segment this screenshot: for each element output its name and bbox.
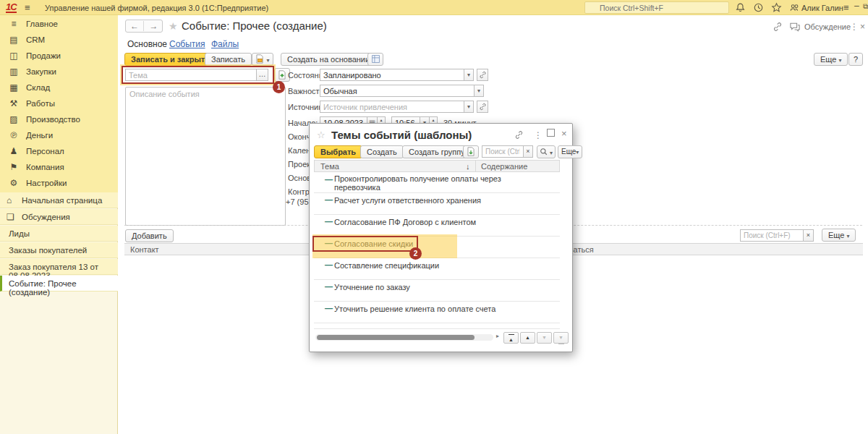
importance-combo[interactable] bbox=[320, 85, 475, 97]
dialog-link-icon[interactable] bbox=[514, 130, 524, 140]
tab-files[interactable]: Файлы bbox=[211, 39, 239, 49]
users-icon[interactable] bbox=[789, 2, 801, 14]
favorites-star-icon[interactable] bbox=[771, 2, 783, 14]
sidebar-item-customer-orders[interactable]: Заказы покупателей bbox=[0, 242, 118, 258]
contacts-search-input[interactable] bbox=[740, 229, 804, 242]
create-based-on-button[interactable]: Создать на основании ▾ bbox=[281, 53, 381, 66]
get-link-icon[interactable] bbox=[773, 22, 783, 32]
dialog-table-header: Тема ↓ Содержание bbox=[314, 160, 560, 172]
sidebar-item-home[interactable]: ⌂Начальная страница bbox=[0, 192, 118, 208]
sidebar-item-production[interactable]: ▨Производство bbox=[0, 111, 118, 127]
sidebar-item-event-window[interactable]: Событие: Прочее (создание) bbox=[0, 276, 118, 292]
state-combo[interactable] bbox=[320, 69, 464, 81]
template-row[interactable]: —Расчет услуги ответственного хранения bbox=[314, 193, 560, 215]
sidebar-item-money[interactable]: ℗Деньги bbox=[0, 127, 118, 143]
page-title: Событие: Прочее (создание) bbox=[182, 20, 327, 32]
company-flag-icon: ⚑ bbox=[8, 162, 20, 172]
notifications-bell-icon[interactable] bbox=[735, 2, 746, 14]
topbar: 1С ≡ Управление нашей фирмой, редакция 3… bbox=[0, 0, 868, 15]
sidebar-item-warehouse[interactable]: ▦Склад bbox=[0, 80, 118, 95]
sidebar-sections: ≡Главное ▤CRM ◫Продажи ▥Закупки ▦Склад ⚒… bbox=[0, 15, 118, 192]
sidebar-item-discussions[interactable]: ❏Обсуждения bbox=[0, 209, 118, 225]
help-button[interactable]: ? bbox=[848, 53, 863, 66]
main-menu-icon[interactable]: ≡ bbox=[25, 2, 30, 13]
sidebar-item-works[interactable]: ⚒Работы bbox=[0, 95, 118, 111]
template-row[interactable]: —Проконтролировать получение оплаты чере… bbox=[314, 173, 560, 193]
save-button[interactable]: Записать bbox=[205, 53, 252, 66]
template-row[interactable]: —Согласование ПФ Договор с клиентом bbox=[314, 215, 560, 237]
select-button[interactable]: Выбрать bbox=[314, 145, 362, 158]
sidebar: ≡Главное ▤CRM ◫Продажи ▥Закупки ▦Склад ⚒… bbox=[0, 15, 118, 434]
dialog-maximize-icon[interactable] bbox=[547, 129, 555, 137]
minimize-window-icon[interactable]: – bbox=[854, 1, 859, 11]
close-window-icon[interactable]: × bbox=[860, 22, 865, 32]
annotation-box-1 bbox=[122, 66, 274, 84]
dialog-search-settings-button[interactable]: ▾ bbox=[537, 145, 556, 158]
dialog-kebab-icon[interactable]: ⋮ bbox=[534, 130, 542, 140]
report-button[interactable] bbox=[367, 53, 383, 66]
description-textarea[interactable] bbox=[125, 87, 286, 226]
sales-icon: ◫ bbox=[8, 51, 20, 61]
discussion-chat-icon[interactable] bbox=[789, 22, 801, 32]
1c-logo: 1С bbox=[6, 2, 17, 13]
contacts-more-button[interactable]: Еще ▾ bbox=[822, 229, 856, 242]
dialog-close-icon[interactable]: × bbox=[561, 128, 567, 139]
state-dropdown-icon[interactable]: ▾ bbox=[464, 69, 474, 81]
horizontal-scrollbar-thumb[interactable] bbox=[317, 335, 475, 340]
template-row[interactable]: —Уточнить решение клиента по оплате счет… bbox=[314, 302, 560, 323]
production-icon: ▨ bbox=[8, 114, 20, 124]
sidebar-item-personnel[interactable]: ♟Персонал bbox=[0, 143, 118, 159]
restore-window-icon[interactable]: ⧉ bbox=[863, 2, 868, 11]
sidebar-item-purchases[interactable]: ▥Закупки bbox=[0, 64, 118, 80]
history-icon[interactable] bbox=[753, 2, 765, 14]
source-dropdown-icon[interactable]: ▾ bbox=[464, 101, 474, 113]
topic-column-header: Тема bbox=[320, 162, 339, 171]
tab-main[interactable]: Основное bbox=[127, 39, 167, 49]
move-down-button[interactable]: ▼ bbox=[537, 332, 552, 344]
sidebar-item-settings[interactable]: ⚙Настройки bbox=[0, 175, 118, 191]
service-menu-icon[interactable]: ≡ bbox=[843, 2, 849, 13]
discussion-label[interactable]: Обсуждение bbox=[804, 22, 851, 31]
sidebar-item-crm[interactable]: ▤CRM bbox=[0, 32, 118, 48]
sidebar-item-company[interactable]: ⚑Компания bbox=[0, 159, 118, 175]
save-and-close-button[interactable]: Записать и закрыть bbox=[124, 53, 216, 66]
sidebar-item-main[interactable]: ≡Главное bbox=[0, 16, 118, 32]
back-icon[interactable]: ← bbox=[126, 21, 144, 31]
mail-from-event-button[interactable]: ▾ bbox=[252, 53, 273, 66]
create-button[interactable]: Создать bbox=[360, 145, 404, 158]
template-row[interactable]: —Уточнение по заказу bbox=[314, 280, 560, 302]
importance-dropdown-icon[interactable]: ▾ bbox=[474, 85, 484, 97]
app-title: Управление нашей фирмой, редакция 3.0 (1… bbox=[45, 4, 268, 12]
sidebar-item-leads[interactable]: Лиды bbox=[0, 226, 118, 242]
dialog-search-input[interactable] bbox=[482, 145, 524, 158]
dialog-favorite-star-icon[interactable]: ☆ bbox=[317, 129, 326, 140]
dialog-more-button[interactable]: Еще▾ bbox=[558, 145, 582, 158]
sidebar-item-sales[interactable]: ◫Продажи bbox=[0, 48, 118, 64]
scroll-right-icon[interactable]: ▸ bbox=[496, 333, 499, 339]
source-combo[interactable] bbox=[320, 101, 464, 113]
list-item-marker-icon: — bbox=[325, 282, 333, 291]
contacts-search-clear-icon[interactable]: × bbox=[803, 229, 814, 242]
tab-events[interactable]: События bbox=[169, 39, 205, 49]
state-open-link-icon[interactable] bbox=[477, 69, 488, 81]
sort-desc-icon[interactable]: ↓ bbox=[466, 162, 470, 171]
load-template-button[interactable] bbox=[463, 145, 479, 158]
history-nav-group: ← → bbox=[125, 20, 163, 33]
window-menu-kebab-icon[interactable]: ⋮ bbox=[850, 22, 859, 32]
move-up-button[interactable]: ▲ bbox=[520, 332, 535, 344]
move-to-bottom-button[interactable]: ▼ bbox=[553, 332, 569, 344]
form-more-button[interactable]: Еще ▾ bbox=[814, 53, 848, 66]
favorite-star-icon[interactable]: ★ bbox=[169, 20, 178, 32]
global-search-input[interactable] bbox=[584, 1, 729, 14]
add-contact-button[interactable]: Добавить bbox=[125, 229, 174, 242]
purchases-icon: ▥ bbox=[8, 67, 20, 77]
move-to-top-button[interactable]: ▲ bbox=[503, 332, 519, 344]
forward-icon[interactable]: → bbox=[145, 21, 163, 31]
create-group-button[interactable]: Создать группу bbox=[402, 145, 472, 158]
dialog-search-clear-icon[interactable]: × bbox=[523, 145, 533, 158]
works-icon: ⚒ bbox=[8, 98, 20, 109]
current-user[interactable]: Алик Галин bbox=[801, 4, 843, 12]
sidebar-item-order-13[interactable]: Заказ покупателя 13 от 08.08.2023 bbox=[0, 259, 118, 275]
source-open-link-icon[interactable] bbox=[477, 101, 488, 113]
template-row[interactable]: —Составление спецификации bbox=[314, 258, 560, 280]
